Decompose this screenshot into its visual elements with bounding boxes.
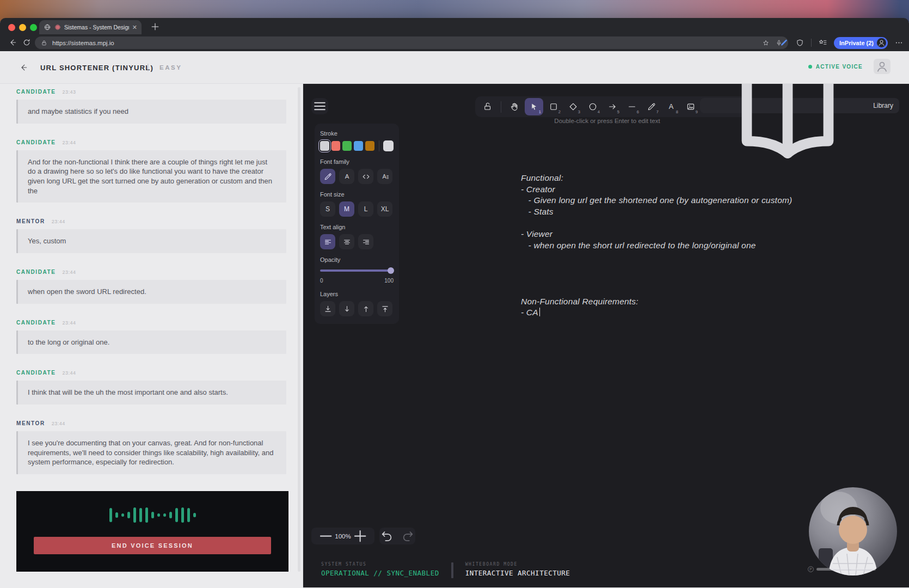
redo-icon[interactable] <box>401 529 415 543</box>
layer-send-backward[interactable] <box>339 301 354 316</box>
waveform-bar <box>181 507 184 523</box>
font-family-hand-drawn[interactable] <box>320 169 335 184</box>
hand-tool-icon[interactable] <box>505 98 524 115</box>
text-align-left[interactable] <box>320 234 335 249</box>
tab-title: Sistemas - System Design A <box>64 24 129 30</box>
opacity-slider[interactable] <box>320 267 394 274</box>
refresh-icon[interactable] <box>22 38 32 47</box>
line-tool-icon[interactable]: 6 <box>623 98 641 115</box>
screen: Sistemas - System Design A ✕ https://sis… <box>0 0 909 588</box>
stroke-color-swatch[interactable] <box>365 141 374 151</box>
chat-scrollbar[interactable] <box>298 87 300 572</box>
canvas-text-line: Non-Functional Requirements: <box>521 296 792 308</box>
minimize-window-button[interactable] <box>19 24 26 31</box>
close-window-button[interactable] <box>8 24 15 31</box>
font-family-other[interactable]: A <box>377 169 392 184</box>
layer-bring-forward[interactable] <box>358 301 373 316</box>
layers-label: Layers <box>320 291 394 297</box>
image-tool-icon[interactable]: 9 <box>681 98 700 115</box>
ellipse-tool-icon[interactable]: 4 <box>584 98 602 115</box>
stroke-color-swatch[interactable] <box>354 141 363 151</box>
whiteboard-mode-value: INTERACTIVE ARCHITECTURE <box>465 569 570 577</box>
font-size-label: Font size <box>320 191 394 198</box>
browser-tab[interactable]: Sistemas - System Design A ✕ <box>39 20 142 34</box>
canvas-text-line: Functional: <box>521 173 792 184</box>
message-time: 23:44 <box>52 219 65 224</box>
maximize-window-button[interactable] <box>30 24 37 31</box>
lock-tool-icon[interactable] <box>478 98 497 115</box>
text-align-center[interactable] <box>339 234 354 249</box>
font-size-xl[interactable]: XL <box>377 201 392 217</box>
user-avatar-button[interactable] <box>874 59 890 74</box>
stroke-color-swatch[interactable] <box>331 141 341 151</box>
rectangle-tool-icon[interactable]: 2 <box>544 98 563 115</box>
arrow-tool-icon[interactable]: 5 <box>603 98 622 115</box>
select-tool-icon[interactable]: 1 <box>525 98 543 115</box>
opacity-knob[interactable] <box>388 267 394 274</box>
address-bar[interactable]: https://sistemas.mpj.io <box>35 36 788 49</box>
current-color-swatch[interactable] <box>383 140 394 151</box>
message-role: CANDIDATE <box>16 139 56 145</box>
edit-pen-icon[interactable] <box>779 38 789 47</box>
toolbar-divider <box>811 39 812 47</box>
font-size-m[interactable]: M <box>339 201 354 217</box>
stroke-color-swatch[interactable] <box>342 141 352 151</box>
chat-transcript-panel: CANDIDATE23:43and maybe statistics if yo… <box>0 84 303 587</box>
history-controls <box>379 528 415 544</box>
text-align-right[interactable] <box>358 234 373 249</box>
url-text[interactable]: https://sistemas.mpj.io <box>52 40 758 46</box>
tool-shortcut: 3 <box>578 109 580 114</box>
favorites-icon[interactable] <box>818 38 827 47</box>
tool-shortcut: 7 <box>656 109 659 114</box>
video-watermark: P <box>808 566 898 572</box>
layers-row <box>320 301 394 316</box>
opacity-track[interactable] <box>320 270 394 272</box>
font-family-code[interactable] <box>358 169 373 184</box>
waveform-bar <box>193 513 196 517</box>
text-align-label: Text align <box>320 224 394 230</box>
opacity-label: Opacity <box>320 256 394 263</box>
layer-bring-to-front[interactable] <box>377 301 392 316</box>
font-size-s[interactable]: S <box>320 201 335 217</box>
message-text: I think that will be the uh the most imp… <box>16 381 286 405</box>
library-label: Library <box>873 102 893 109</box>
layer-send-to-back[interactable] <box>320 301 335 316</box>
zoom-level[interactable]: 100% <box>335 533 351 540</box>
bookmark-star-icon[interactable] <box>762 39 770 47</box>
watermark-text <box>851 568 876 571</box>
inprivate-badge[interactable]: InPrivate (2) <box>834 37 888 49</box>
message-role: CANDIDATE <box>16 269 56 275</box>
menu-hamburger-button[interactable] <box>311 98 328 114</box>
font-size-l[interactable]: L <box>358 201 373 217</box>
draw-tool-icon[interactable]: 7 <box>642 98 661 115</box>
opacity-min: 0 <box>320 278 323 284</box>
end-voice-session-button[interactable]: END VOICE SESSION <box>34 537 271 554</box>
whiteboard-canvas-area[interactable]: 1234567A890 Double-click or press Enter … <box>303 84 909 587</box>
badge-icon: P <box>808 566 814 572</box>
message-text: to the long or original one. <box>16 330 286 354</box>
title-divider: | <box>147 63 149 71</box>
message-role: MENTOR <box>16 420 45 426</box>
back-icon[interactable] <box>8 38 17 47</box>
app-header: URL SHORTENER (TINYURL) | EASY ACTIVE VO… <box>0 51 909 84</box>
stroke-color-swatch[interactable] <box>320 141 329 151</box>
system-status-label: SYSTEM STATUS <box>321 562 439 567</box>
tab-close-icon[interactable]: ✕ <box>132 24 137 31</box>
new-tab-button[interactable] <box>150 21 161 32</box>
message-text: when open the sword URL redirected. <box>16 280 286 304</box>
chat-message: MENTOR23:44Yes, custom <box>16 218 286 253</box>
library-button[interactable]: Library <box>700 98 899 113</box>
back-arrow-icon[interactable] <box>19 63 28 72</box>
canvas-text-element[interactable]: Functional:- Creator - Given long url ge… <box>521 173 792 318</box>
zoom-in-button[interactable] <box>351 527 369 545</box>
text-tool-icon[interactable]: A8 <box>662 98 680 115</box>
more-menu-icon[interactable] <box>894 38 904 47</box>
diamond-tool-icon[interactable]: 3 <box>564 98 582 115</box>
browser-tab-bar: Sistemas - System Design A ✕ <box>0 18 909 34</box>
browser-toolbar: https://sistemas.mpj.io InPrivate (2) <box>0 34 909 51</box>
globe-icon <box>44 23 51 31</box>
browser-essentials-icon[interactable] <box>795 38 804 47</box>
font-family-normal[interactable]: A <box>339 169 354 184</box>
zoom-out-button[interactable] <box>317 527 335 545</box>
undo-icon[interactable] <box>379 529 394 543</box>
